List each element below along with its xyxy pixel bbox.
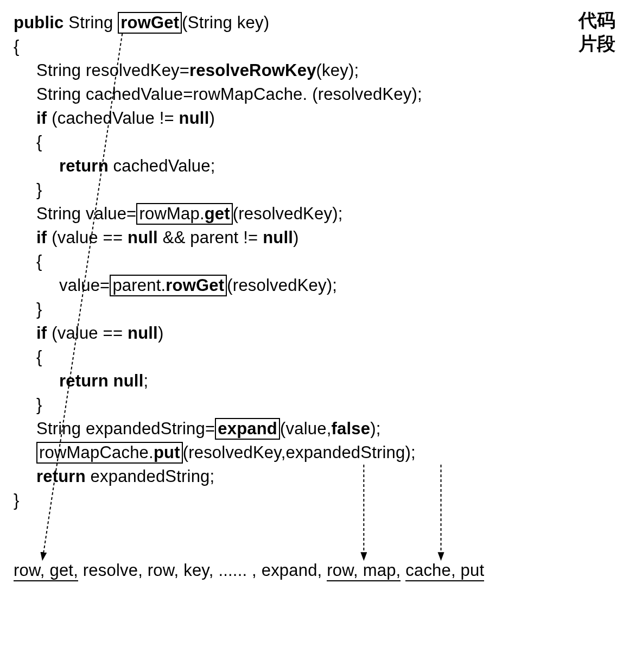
code-line-21: } [14,489,615,512]
code-line-2: { [14,35,615,59]
boxed-expand: expand [215,418,280,440]
code-line-5: if (cachedValue != null) [14,106,615,130]
code-line-12: value=parent.rowGet(resolvedKey); [14,274,615,297]
code-line-4: String cachedValue=rowMapCache. (resolve… [14,83,615,106]
code-line-7: return cachedValue; [14,154,615,178]
code-line-15: { [14,345,615,369]
code-line-10: if (value == null && parent != null) [14,226,615,250]
code-line-9: String value=rowMap.get(resolvedKey); [14,202,615,226]
code-line-11: { [14,250,615,274]
boxed-rowmap-get: rowMap.get [136,203,232,225]
sequence-output: row, get, resolve, row, key, ...... , ex… [14,559,615,582]
boxed-parent-rowget: parent.rowGet [110,275,227,296]
code-line-20: return expandedString; [14,465,615,489]
seq-seg-rowget: row, get, [14,561,78,581]
code-block: public String rowGet(String key) { Strin… [14,11,615,512]
code-line-1: public String rowGet(String key) [14,11,615,35]
seq-seg-cacheput: cache, put [405,561,484,581]
code-line-14: if (value == null) [14,321,615,345]
code-line-19: rowMapCache.put(resolvedKey,expandedStri… [14,441,615,465]
code-line-18: String expandedString=expand(value,false… [14,417,615,441]
code-line-16: return null; [14,369,615,393]
code-snippet-label: 代码 片段 [579,9,615,55]
code-line-13: } [14,297,615,321]
code-line-17: } [14,393,615,417]
code-line-8: } [14,178,615,202]
code-line-6: { [14,130,615,154]
seq-seg-rowmap: row, map, [327,561,401,581]
boxed-rowmapcache-put: rowMapCache.put [36,442,183,464]
code-line-3: String resolvedKey=resolveRowKey(key); [14,59,615,83]
boxed-rowget: rowGet [118,12,182,34]
